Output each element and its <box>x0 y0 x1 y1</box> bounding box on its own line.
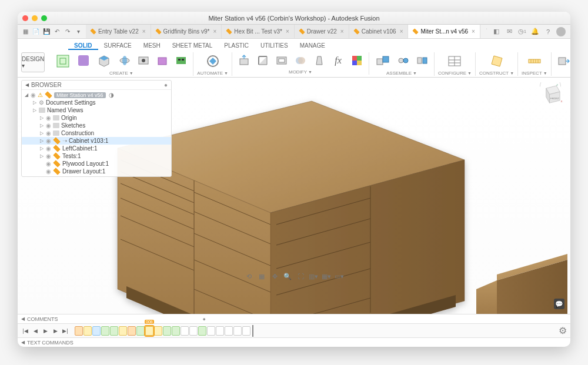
close-tab-icon[interactable]: × <box>213 28 217 35</box>
construction-plane-icon[interactable] <box>487 52 507 70</box>
timeline-feature[interactable] <box>83 326 92 336</box>
visibility-icon[interactable]: ◉ <box>46 160 51 167</box>
timeline-feature[interactable] <box>163 326 171 336</box>
joint-icon[interactable] <box>395 52 412 69</box>
timeline-playhead[interactable] <box>252 325 253 337</box>
expand-icon[interactable]: ▷ <box>39 115 44 120</box>
close-tab-icon[interactable]: × <box>340 28 344 35</box>
timeline-feature[interactable] <box>75 326 83 336</box>
data-panel-icon[interactable]: ▦ <box>21 28 29 36</box>
timeline-forward-icon[interactable]: ▶ <box>51 327 59 335</box>
box-icon[interactable] <box>154 52 171 69</box>
announcements-icon[interactable]: 🔔 <box>530 27 540 36</box>
timeline-end-icon[interactable]: ▶| <box>61 327 69 335</box>
close-tab-icon[interactable]: × <box>142 28 146 35</box>
expand-icon[interactable]: ▷ <box>32 108 37 113</box>
comments-bar[interactable]: ◀ COMMENTS ● <box>18 314 570 323</box>
pcb-icon[interactable] <box>173 52 189 69</box>
doc-tab-hexbit[interactable]: Hex Bit ... Test v3*× <box>222 25 294 38</box>
visibility-icon[interactable]: ◉ <box>46 130 51 136</box>
file-menu-icon[interactable]: 📄 <box>32 28 40 36</box>
notifications-icon[interactable]: ✉ <box>505 27 514 36</box>
timeline-feature[interactable] <box>136 326 145 336</box>
undo-icon[interactable]: ↶ <box>53 28 61 36</box>
expand-icon[interactable]: ▷ <box>39 130 44 136</box>
ribbon-tab-sheet-metal[interactable]: SHEET METAL <box>166 41 219 50</box>
expand-icon[interactable]: ▷ <box>39 138 44 143</box>
combine-icon[interactable] <box>292 52 309 69</box>
browser-header[interactable]: ◀ BROWSER ● <box>22 81 171 90</box>
expand-icon[interactable]: ◢ <box>24 92 29 98</box>
qat-more-icon[interactable]: ▾ <box>74 28 82 36</box>
orbit-icon[interactable]: ⟲ <box>243 272 254 281</box>
timeline-feature[interactable] <box>189 326 198 336</box>
tree-item-drawer-layout[interactable]: ◉Drawer Layout:1 <box>22 168 171 175</box>
tree-item-sketches[interactable]: ▷◉Sketches <box>22 122 171 129</box>
viewport-settings-icon[interactable]: ▭▾ <box>334 272 345 281</box>
dropdown-caret-icon[interactable]: ▼ <box>413 71 417 75</box>
timeline-feature[interactable] <box>128 326 136 336</box>
close-tab-icon[interactable]: × <box>472 28 475 35</box>
tree-item-construction[interactable]: ▷◉Construction <box>22 129 171 137</box>
shell-icon[interactable] <box>273 52 290 69</box>
dropdown-caret-icon[interactable]: ▼ <box>543 71 547 75</box>
insert-derive-icon[interactable] <box>555 52 570 69</box>
context-icon[interactable]: ◑ <box>109 92 114 98</box>
zoom-window-button[interactable] <box>41 15 47 21</box>
measure-icon[interactable] <box>524 52 544 70</box>
grid-settings-icon[interactable]: ▦▾ <box>321 272 332 281</box>
text-commands-bar[interactable]: ◀ TEXT COMMANDS <box>18 337 570 347</box>
doc-tab-gridfinity[interactable]: Gridfinity Bins v9*× <box>151 25 222 38</box>
timeline-feature[interactable] <box>92 326 101 336</box>
tree-item-cabinet[interactable]: ▷◉➝Cabinet v103:1 <box>22 137 171 145</box>
dropdown-caret-icon[interactable]: ▼ <box>224 71 228 75</box>
expand-icon[interactable]: ▷ <box>32 100 37 105</box>
new-sketch-icon[interactable] <box>53 52 73 70</box>
close-window-button[interactable] <box>22 15 28 21</box>
tree-item-left-cabinet[interactable]: ▷◉LeftCabinet:1 <box>22 145 171 152</box>
press-pull-icon[interactable] <box>236 52 252 69</box>
dropdown-caret-icon[interactable]: ▼ <box>308 70 312 74</box>
draft-icon[interactable] <box>311 52 328 69</box>
new-component-icon[interactable] <box>373 52 393 70</box>
doc-tab-drawer[interactable]: Drawer v22× <box>295 25 349 38</box>
display-settings-icon[interactable]: ▥▾ <box>308 272 319 281</box>
timeline-feature[interactable] <box>207 326 215 336</box>
expand-icon[interactable]: ▷ <box>39 123 44 128</box>
dropdown-caret-icon[interactable]: ▼ <box>510 71 514 75</box>
timeline-play-icon[interactable]: ▶ <box>41 327 49 335</box>
tree-item-origin[interactable]: ▷◉Origin <box>22 114 171 122</box>
zoom-icon[interactable]: 🔍 <box>282 272 293 281</box>
pan-icon[interactable]: ✥ <box>269 272 280 281</box>
ribbon-tab-plastic[interactable]: PLASTIC <box>218 41 255 50</box>
timeline-track[interactable]: 008 <box>75 325 255 337</box>
timeline-feature[interactable] <box>242 326 250 336</box>
doc-tab-entry-table[interactable]: Entry Table v22× <box>86 25 151 38</box>
visibility-icon[interactable]: ◉ <box>46 168 51 175</box>
timeline-feature[interactable] <box>181 326 189 336</box>
timeline-start-icon[interactable]: |◀ <box>21 327 29 335</box>
doc-tab-cabinet[interactable]: Cabinet v106× <box>349 25 409 38</box>
expand-icon[interactable]: ▷ <box>39 146 44 151</box>
as-built-joint-icon[interactable] <box>414 52 430 69</box>
create-form-icon[interactable] <box>75 52 92 69</box>
ribbon-tab-solid[interactable]: SOLID <box>68 41 98 50</box>
tree-item-named-views[interactable]: ▷Named Views <box>22 106 171 114</box>
timeline-settings-icon[interactable]: ⚙ <box>559 325 567 336</box>
timeline-feature[interactable] <box>233 326 242 336</box>
tree-root[interactable]: ◢ ◉ ⚠ Miter Station v4 v56 ◑ <box>22 91 171 99</box>
collapse-icon[interactable]: ◀ <box>21 340 25 345</box>
ribbon-tab-utilities[interactable]: UTILITIES <box>255 41 294 50</box>
job-status-icon[interactable]: ◷1 <box>517 27 527 36</box>
timeline-feature[interactable] <box>101 326 109 336</box>
pin-icon[interactable]: ● <box>164 82 168 88</box>
pin-icon[interactable]: ● <box>203 316 206 322</box>
viewport-3d[interactable]: FRONT Z X ◀ BROWSER ● ◢ ◉ ⚠ Miter Statio… <box>18 78 570 314</box>
dropdown-caret-icon[interactable]: ▼ <box>467 71 472 75</box>
timeline-feature-current[interactable]: 008 <box>145 326 153 336</box>
dropdown-caret-icon[interactable]: ▼ <box>129 71 133 75</box>
parameters-icon[interactable]: fx <box>330 52 346 69</box>
tree-item-plywood-layout[interactable]: ◉Plywood Layout:1 <box>22 160 171 168</box>
visibility-icon[interactable]: ◉ <box>46 115 51 121</box>
look-at-icon[interactable]: ▦ <box>256 272 267 281</box>
